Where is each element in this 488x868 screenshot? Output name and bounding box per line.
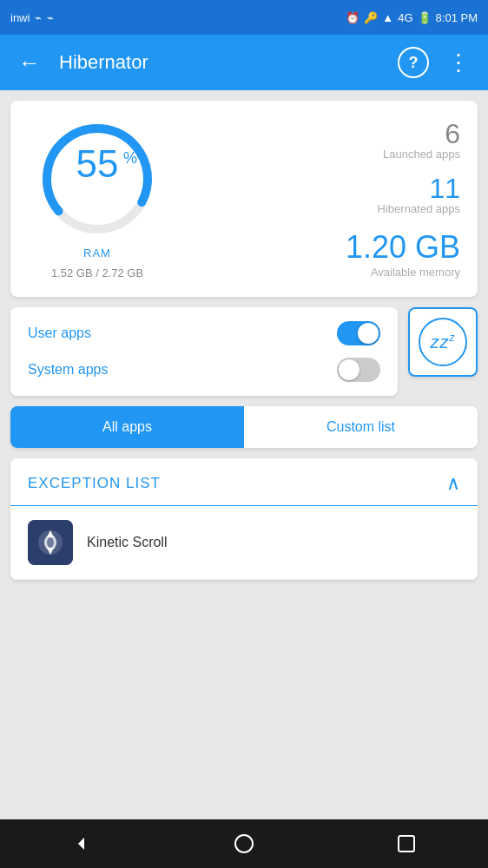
hibernated-apps-label: Hibernated apps xyxy=(378,202,460,215)
launched-apps-label: Launched apps xyxy=(383,148,460,161)
system-apps-toggle[interactable] xyxy=(337,358,380,382)
app-bar: ← Hibernator ? ⋮ xyxy=(0,35,488,90)
home-nav-button[interactable] xyxy=(231,831,257,857)
back-arrow-icon: ← xyxy=(18,49,41,76)
chevron-up-icon[interactable]: ∧ xyxy=(446,472,460,495)
hibernated-apps-stat: 11 Hibernated apps xyxy=(378,174,460,215)
question-icon: ? xyxy=(409,54,419,72)
app-name-kinetic-scroll: Kinetic Scroll xyxy=(87,535,167,550)
available-memory-label: Available memory xyxy=(346,266,460,279)
app-icon-kinetic-scroll xyxy=(28,520,73,565)
svg-marker-10 xyxy=(78,838,84,850)
exception-title: Exception List xyxy=(28,475,161,492)
ram-circle-container: 55 % RAM 1.52 GB / 2.72 GB xyxy=(28,118,167,279)
recents-nav-icon xyxy=(397,834,416,853)
controls-row: User apps System apps zzz xyxy=(10,307,478,396)
status-bar: inwi ⌁ ⌁ ⏰ 🔑 ▲ 4G 🔋 8:01 PM xyxy=(0,0,488,35)
svg-rect-12 xyxy=(399,836,414,852)
launched-apps-number: 6 xyxy=(383,120,460,148)
svg-point-9 xyxy=(47,537,54,548)
stats-container: 6 Launched apps 11 Hibernated apps 1.20 … xyxy=(167,120,460,279)
user-apps-row: User apps xyxy=(28,321,380,345)
user-apps-toggle[interactable] xyxy=(337,321,380,345)
usb2-icon: ⌁ xyxy=(47,11,54,24)
svg-text:%: % xyxy=(123,149,137,167)
back-button[interactable]: ← xyxy=(14,47,45,78)
user-apps-thumb xyxy=(358,323,379,344)
zzz-text: zzz xyxy=(431,332,456,352)
tab-bar: All apps Custom list xyxy=(10,406,478,448)
sleep-icon: zzz xyxy=(419,318,467,366)
bottom-nav xyxy=(0,819,488,868)
hibernated-apps-number: 11 xyxy=(378,174,460,202)
main-content: 55 % RAM 1.52 GB / 2.72 GB 6 Launched ap… xyxy=(0,90,488,819)
system-apps-thumb xyxy=(339,359,359,380)
available-memory-stat: 1.20 GB Available memory xyxy=(346,229,460,279)
home-nav-icon xyxy=(234,833,254,854)
list-item: Kinetic Scroll xyxy=(10,506,478,580)
toggles-card: User apps System apps xyxy=(10,307,398,396)
back-nav-icon xyxy=(71,833,92,854)
app-icon-svg xyxy=(28,520,73,565)
custom-list-tab[interactable]: Custom list xyxy=(244,406,478,448)
dots-icon: ⋮ xyxy=(447,49,471,76)
svg-text:55: 55 xyxy=(76,142,119,185)
back-nav-button[interactable] xyxy=(69,831,95,857)
alarm-icon: ⏰ xyxy=(346,11,359,24)
time-text: 8:01 PM xyxy=(436,11,478,24)
exception-card: Exception List ∧ Kinetic Sc xyxy=(10,458,478,580)
key-icon: 🔑 xyxy=(364,11,378,24)
recents-nav-button[interactable] xyxy=(393,831,419,857)
status-left: inwi ⌁ ⌁ xyxy=(10,11,54,24)
custom-list-label: Custom list xyxy=(326,419,395,435)
ram-values-text: 1.52 GB / 2.72 GB xyxy=(51,266,143,279)
system-apps-row: System apps xyxy=(28,358,380,382)
ram-label: RAM xyxy=(83,247,111,260)
exception-header: Exception List ∧ xyxy=(10,458,478,506)
carrier-text: inwi xyxy=(10,11,30,24)
usb-icon: ⌁ xyxy=(35,11,42,24)
sleep-button[interactable]: zzz xyxy=(408,307,478,377)
status-right: ⏰ 🔑 ▲ 4G 🔋 8:01 PM xyxy=(346,11,478,24)
svg-point-11 xyxy=(235,835,253,852)
all-apps-label: All apps xyxy=(102,419,152,435)
ram-circle-chart: 55 % xyxy=(36,118,158,240)
user-apps-label: User apps xyxy=(28,326,91,341)
battery-icon: 🔋 xyxy=(418,11,432,24)
help-button[interactable]: ? xyxy=(398,47,429,78)
system-apps-label: System apps xyxy=(28,362,108,378)
wifi-icon: ▲ xyxy=(382,11,393,24)
all-apps-tab[interactable]: All apps xyxy=(10,406,244,448)
launched-apps-stat: 6 Launched apps xyxy=(383,120,460,161)
available-memory-value: 1.20 GB xyxy=(346,229,460,266)
menu-button[interactable]: ⋮ xyxy=(443,47,474,78)
signal-icon: 4G xyxy=(398,11,412,24)
ram-card: 55 % RAM 1.52 GB / 2.72 GB 6 Launched ap… xyxy=(10,101,478,297)
app-title: Hibernator xyxy=(59,51,384,74)
